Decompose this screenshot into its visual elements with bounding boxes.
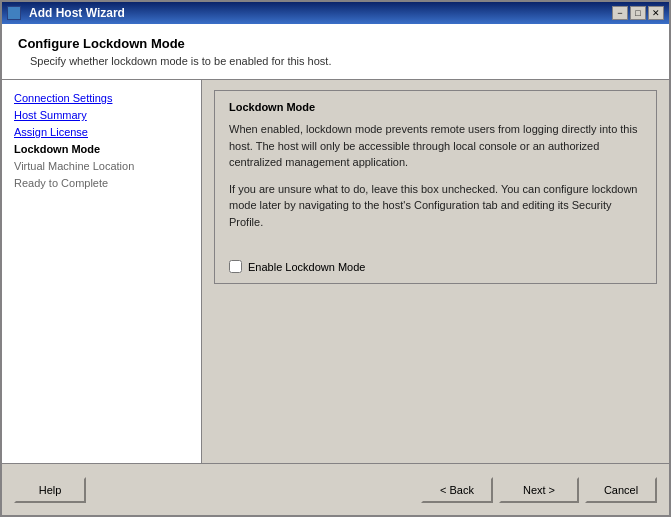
sidebar-item-host-summary[interactable]: Host Summary xyxy=(10,107,193,123)
sidebar-item-lockdown-mode: Lockdown Mode xyxy=(10,141,193,157)
lockdown-description-1: When enabled, lockdown mode prevents rem… xyxy=(229,121,642,171)
minimize-button[interactable]: − xyxy=(612,6,628,20)
close-button[interactable]: ✕ xyxy=(648,6,664,20)
wizard-window: Add Host Wizard − □ ✕ Configure Lockdown… xyxy=(0,0,671,517)
sidebar-item-ready-to-complete: Ready to Complete xyxy=(10,175,193,191)
lockdown-description-2: If you are unsure what to do, leave this… xyxy=(229,181,642,231)
enable-lockdown-checkbox[interactable] xyxy=(229,260,242,273)
lockdown-checkbox-row: Enable Lockdown Mode xyxy=(229,260,642,273)
lockdown-checkbox-label[interactable]: Enable Lockdown Mode xyxy=(248,261,365,273)
sidebar-item-assign-license[interactable]: Assign License xyxy=(10,124,193,140)
title-bar-controls: − □ ✕ xyxy=(612,6,664,20)
main-content: Lockdown Mode When enabled, lockdown mod… xyxy=(202,80,669,463)
content-area: Connection Settings Host Summary Assign … xyxy=(2,80,669,463)
footer-right: < Back Next > Cancel xyxy=(421,477,657,503)
title-bar-text: Add Host Wizard xyxy=(7,6,125,20)
footer: Help < Back Next > Cancel xyxy=(2,463,669,515)
back-button[interactable]: < Back xyxy=(421,477,493,503)
sidebar-item-connection-settings[interactable]: Connection Settings xyxy=(10,90,193,106)
header-title: Configure Lockdown Mode xyxy=(18,36,653,51)
maximize-button[interactable]: □ xyxy=(630,6,646,20)
next-button[interactable]: Next > xyxy=(499,477,579,503)
title-bar: Add Host Wizard − □ ✕ xyxy=(2,2,669,24)
sidebar-item-virtual-machine-location: Virtual Machine Location xyxy=(10,158,193,174)
sidebar: Connection Settings Host Summary Assign … xyxy=(2,80,202,463)
window-title: Add Host Wizard xyxy=(29,6,125,20)
footer-left: Help xyxy=(14,477,86,503)
header-area: Configure Lockdown Mode Specify whether … xyxy=(2,24,669,80)
lockdown-mode-box: Lockdown Mode When enabled, lockdown mod… xyxy=(214,90,657,284)
help-button[interactable]: Help xyxy=(14,477,86,503)
lockdown-section-title: Lockdown Mode xyxy=(229,101,642,113)
cancel-button[interactable]: Cancel xyxy=(585,477,657,503)
header-subtitle: Specify whether lockdown mode is to be e… xyxy=(30,55,653,67)
window-icon xyxy=(7,6,21,20)
